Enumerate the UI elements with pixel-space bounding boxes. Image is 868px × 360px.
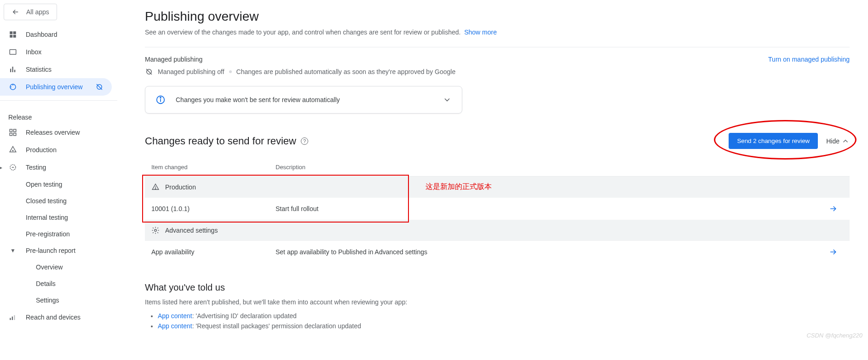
hide-label: Hide: [826, 137, 839, 145]
releases-overview-icon: [8, 128, 17, 137]
changes-ready-title: Changes ready to send for review ?: [145, 135, 308, 147]
nav-label: Publishing overview: [26, 83, 83, 91]
nav-label: Closed testing: [26, 197, 67, 205]
arrow-left-icon: [11, 8, 20, 16]
svg-rect-17: [12, 317, 13, 320]
chevron-down-icon: [443, 95, 452, 104]
managed-auto-text: Changes are published automatically as s…: [236, 68, 456, 75]
hide-button[interactable]: Hide: [826, 137, 850, 145]
svg-rect-16: [10, 318, 11, 320]
col-item: Item changed: [145, 158, 269, 177]
production-icon: [8, 146, 17, 154]
nav-label: Inbox: [26, 48, 41, 56]
cell-desc: Start full rollout: [269, 198, 822, 220]
nav-pre-registration[interactable]: Pre-registration: [0, 226, 117, 242]
svg-rect-4: [10, 50, 16, 55]
page-subtitle: See an overview of the changes made to y…: [145, 29, 850, 36]
info-card[interactable]: Changes you make won't be sent for revie…: [145, 86, 462, 114]
nav-plr-details[interactable]: Details: [0, 275, 117, 292]
nav-reach-devices[interactable]: Reach and devices: [0, 309, 117, 326]
info-icon: [155, 95, 166, 105]
nav-label: Reach and devices: [26, 314, 80, 321]
svg-rect-10: [10, 129, 12, 131]
arrow-icon[interactable]: [822, 241, 850, 263]
svg-rect-11: [14, 129, 16, 131]
svg-point-24: [155, 189, 156, 189]
nav-prelaunch-report[interactable]: ▼ Pre-launch report: [0, 242, 117, 259]
dashboard-icon: [8, 30, 17, 39]
nav-plr-settings[interactable]: Settings: [0, 292, 117, 309]
nav-inbox[interactable]: Inbox: [0, 43, 117, 61]
cell-item: 10001 (1.0.1): [145, 198, 269, 220]
nav-open-testing[interactable]: Open testing: [0, 176, 117, 193]
table-row[interactable]: 10001 (1.0.1) Start full rollout: [145, 198, 850, 220]
nav-label: Open testing: [26, 181, 62, 188]
statistics-icon: [8, 65, 17, 74]
nav-testing[interactable]: ▸ Testing: [0, 159, 117, 176]
svg-rect-0: [10, 31, 12, 34]
watermark: CSDN @fqcheng220: [806, 332, 862, 339]
group-label: Production: [165, 183, 196, 191]
publishing-off-icon: [95, 83, 103, 91]
publishing-overview-icon: [8, 83, 17, 91]
reach-devices-icon: [8, 313, 17, 321]
svg-rect-18: [14, 315, 15, 320]
nav-releases-overview[interactable]: Releases overview: [0, 124, 117, 141]
managed-off-label: Managed publishing off: [158, 68, 224, 75]
nav-label: Production: [26, 146, 57, 154]
nav-label: Statistics: [26, 66, 52, 73]
managed-publishing-title: Managed publishing: [145, 56, 455, 63]
col-desc: Description: [269, 158, 822, 177]
nav-label: Settings: [36, 297, 59, 304]
list-item: App content: 'Advertising ID' declaratio…: [158, 312, 850, 320]
status-dot: [229, 70, 232, 73]
main-content: Publishing overview See an overview of t…: [117, 0, 868, 342]
nav-publishing-overview[interactable]: Publishing overview: [0, 78, 112, 96]
told-title: What you've told us: [145, 282, 850, 293]
help-icon[interactable]: ?: [301, 137, 308, 145]
nav-statistics[interactable]: Statistics: [0, 61, 117, 78]
nav-internal-testing[interactable]: Internal testing: [0, 209, 117, 226]
caret-down-icon: ▼: [8, 247, 17, 254]
cell-item: App availability: [145, 241, 269, 263]
nav-label: Pre-launch report: [26, 247, 75, 254]
page-title: Publishing overview: [145, 9, 850, 24]
chevron-up-icon: [841, 137, 850, 145]
send-changes-button[interactable]: Send 2 changes for review: [729, 133, 818, 149]
group-advanced-settings: Advanced settings: [145, 220, 850, 241]
table-row[interactable]: App availability Set app availability to…: [145, 241, 850, 263]
nav-label: Internal testing: [26, 214, 68, 221]
app-content-link[interactable]: App content: [158, 312, 192, 320]
svg-rect-7: [14, 70, 15, 72]
nav-label: Testing: [26, 164, 46, 171]
cell-desc: Set app availability to Published in Adv…: [269, 241, 822, 263]
nav-production[interactable]: Production: [0, 141, 117, 159]
app-content-link[interactable]: App content: [158, 322, 192, 330]
group-production: Production: [145, 177, 850, 198]
show-more-link[interactable]: Show more: [464, 29, 497, 36]
caret-right-icon: ▸: [0, 164, 2, 171]
svg-rect-12: [10, 133, 12, 136]
turn-on-managed-publishing-link[interactable]: Turn on managed publishing: [768, 56, 850, 63]
managed-off-icon: [145, 68, 153, 76]
gear-icon: [151, 226, 160, 234]
nav-closed-testing[interactable]: Closed testing: [0, 193, 117, 209]
nav-plr-overview[interactable]: Overview: [0, 259, 117, 275]
nav-dashboard[interactable]: Dashboard: [0, 26, 117, 43]
svg-point-22: [160, 97, 161, 98]
svg-rect-3: [13, 35, 16, 38]
all-apps-button[interactable]: All apps: [4, 4, 57, 20]
testing-icon: [8, 163, 17, 171]
info-text: Changes you make won't be sent for revie…: [176, 96, 340, 103]
production-icon: [151, 183, 160, 191]
svg-point-25: [155, 229, 157, 232]
nav-label: Releases overview: [26, 129, 80, 136]
arrow-icon[interactable]: [822, 198, 850, 220]
nav-label: Details: [36, 280, 56, 287]
sidebar: All apps Dashboard Inbox Statistics Publ…: [0, 0, 117, 342]
svg-rect-13: [14, 133, 16, 136]
svg-rect-5: [10, 69, 11, 73]
managed-publishing-status: Managed publishing off Changes are publi…: [145, 68, 455, 76]
list-item: App content: 'Request install packages' …: [158, 322, 850, 330]
nav-label: Pre-registration: [26, 230, 70, 238]
